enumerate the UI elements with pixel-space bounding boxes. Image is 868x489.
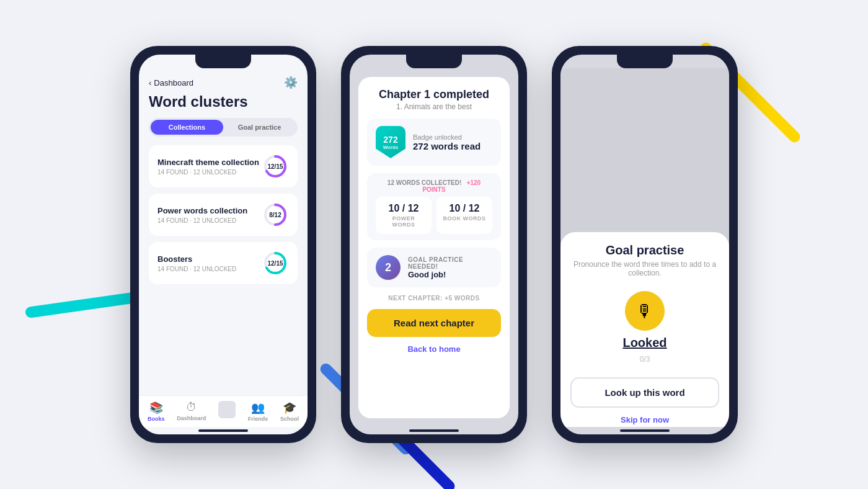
bottom-nav: 📚 Books ⏱ Dashboard 👥 Friends 🎓 School — [139, 395, 308, 427]
donut-label-boosters: 12/15 — [267, 260, 283, 267]
collection-info-boosters: Boosters 14 FOUND · 12 UNLOCKED — [157, 254, 236, 272]
progress-dots: 0/3 — [640, 355, 650, 364]
goal-text: GOAL PRACTICE NEEDED! Good job! — [408, 256, 492, 279]
lookup-button[interactable]: Look up this word — [570, 377, 719, 408]
badge-number: 272 — [383, 135, 397, 145]
words-grid: 10 / 12 POWER WORDS 10 / 12 BOOK WORDS — [376, 197, 492, 234]
collection-item-minecraft[interactable]: Minecraft theme collection 14 FOUND · 12… — [149, 145, 298, 187]
nav-friends-label: Friends — [248, 416, 268, 422]
badge-text: Badge unlocked 272 words read — [413, 133, 480, 151]
next-chapter-label: NEXT CHAPTER: +5 WORDS — [367, 295, 501, 302]
badge-row: 272 Words Badge unlocked 272 words read — [367, 119, 501, 166]
book-words-count: 10 / 12 — [443, 203, 486, 214]
phone-1: ‹ Dashboard ⚙️ Word clusters Collections… — [130, 46, 316, 443]
tab-collections[interactable]: Collections — [151, 120, 223, 135]
badge-icon: 272 Words — [376, 126, 405, 158]
nav-dashboard[interactable]: ⏱ Dashboard — [177, 401, 206, 422]
goal-modal: Goal practise Pronounce the word three t… — [560, 232, 729, 427]
goal-practise-title: Goal practise — [570, 243, 719, 258]
books-icon: 📚 — [149, 401, 163, 415]
home-bar-3 — [620, 429, 670, 432]
donut-boosters: 12/15 — [262, 249, 289, 277]
back-button[interactable]: ‹ Dashboard — [149, 78, 193, 87]
nav-school[interactable]: 🎓 School — [280, 401, 299, 422]
phone3-gray-area — [560, 68, 729, 242]
power-words-cell: 10 / 12 POWER WORDS — [376, 197, 432, 234]
collection-info-power: Power words collection 14 FOUND · 12 UNL… — [157, 206, 247, 224]
dashboard-icon: ⏱ — [186, 401, 197, 414]
collection-item-boosters[interactable]: Boosters 14 FOUND · 12 UNLOCKED 12/15 — [149, 242, 298, 284]
words-collected-label: 12 WORDS COLLECTED! — [388, 179, 461, 186]
donut-label-power: 8/12 — [269, 212, 281, 218]
nav-books[interactable]: 📚 Books — [148, 401, 165, 422]
donut-power: 8/12 — [262, 201, 289, 228]
chapter-subtitle: 1. Animals are the best — [367, 102, 501, 111]
phone-2: Chapter 1 completed 1. Animals are the b… — [341, 46, 527, 443]
home-bar-1 — [198, 429, 248, 432]
read-next-chapter-button[interactable]: Read next chapter — [367, 309, 501, 337]
friends-icon: 👥 — [251, 401, 265, 415]
collection-meta-boosters: 14 FOUND · 12 UNLOCKED — [157, 266, 236, 272]
words-collected-section: 12 WORDS COLLECTED! +120 POINTS 10 / 12 … — [367, 173, 501, 240]
nav-school-label: School — [280, 416, 299, 422]
home-bar-2 — [409, 429, 459, 432]
phone-3: Goal practise Pronounce the word three t… — [552, 46, 738, 443]
power-words-label: POWER WORDS — [382, 215, 425, 228]
notch-2 — [406, 55, 462, 68]
word-display: Looked — [622, 336, 666, 350]
power-words-count: 10 / 12 — [382, 203, 425, 214]
nav-friends[interactable]: 👥 Friends — [248, 401, 268, 422]
back-label: Dashboard — [154, 78, 193, 87]
page-title: Word clusters — [149, 93, 298, 110]
goal-modal-header: Goal practise Pronounce the word three t… — [570, 243, 719, 277]
skip-link[interactable]: Skip for now — [570, 415, 719, 424]
donut-minecraft: 12/15 — [262, 153, 289, 180]
collection-item-power[interactable]: Power words collection 14 FOUND · 12 UNL… — [149, 194, 298, 236]
collection-name-power: Power words collection — [157, 206, 247, 215]
mic-button[interactable]: 🎙 — [625, 291, 665, 331]
collection-meta-power: 14 FOUND · 12 UNLOCKED — [157, 217, 247, 224]
collection-name-boosters: Boosters — [157, 254, 236, 264]
back-chevron-icon: ‹ — [149, 78, 151, 87]
goal-label: GOAL PRACTICE NEEDED! — [408, 256, 492, 270]
notch-1 — [195, 55, 251, 68]
chapter-card: Chapter 1 completed 1. Animals are the b… — [358, 77, 510, 418]
words-header: 12 WORDS COLLECTED! +120 POINTS — [376, 179, 492, 193]
badge-word: Words — [383, 145, 399, 150]
tab-goal-practice[interactable]: Goal practice — [223, 120, 296, 135]
nav-dashboard-label: Dashboard — [177, 415, 206, 421]
collection-name-minecraft: Minecraft theme collection — [157, 158, 259, 167]
collection-info-minecraft: Minecraft theme collection 14 FOUND · 12… — [157, 158, 259, 176]
nav-books-label: Books — [148, 416, 165, 422]
book-words-cell: 10 / 12 BOOK WORDS — [436, 197, 492, 234]
goal-row: 2 GOAL PRACTICE NEEDED! Good job! — [367, 248, 501, 287]
goal-practise-subtitle: Pronounce the word three times to add to… — [570, 260, 719, 277]
chapter-header: Chapter 1 completed 1. Animals are the b… — [367, 88, 501, 111]
goal-circle: 2 — [376, 255, 401, 280]
book-words-label: BOOK WORDS — [443, 215, 486, 222]
back-to-home-link[interactable]: Back to home — [367, 344, 501, 354]
back-nav: ‹ Dashboard ⚙️ — [149, 76, 298, 89]
notch-3 — [617, 55, 673, 68]
mic-area: 🎙 Looked 0/3 — [570, 285, 719, 370]
school-icon: 🎓 — [283, 401, 296, 415]
badge-unlocked-label: Badge unlocked — [413, 133, 480, 141]
nav-center[interactable] — [218, 401, 236, 422]
chapter-title: Chapter 1 completed — [367, 88, 501, 101]
tab-bar: Collections Goal practice — [149, 118, 298, 137]
collection-meta-minecraft: 14 FOUND · 12 UNLOCKED — [157, 169, 259, 176]
words-read-label: 272 words read — [413, 141, 480, 151]
goal-desc: Good job! — [408, 270, 492, 279]
donut-label-minecraft: 12/15 — [267, 163, 283, 170]
settings-icon[interactable]: ⚙️ — [284, 76, 298, 89]
